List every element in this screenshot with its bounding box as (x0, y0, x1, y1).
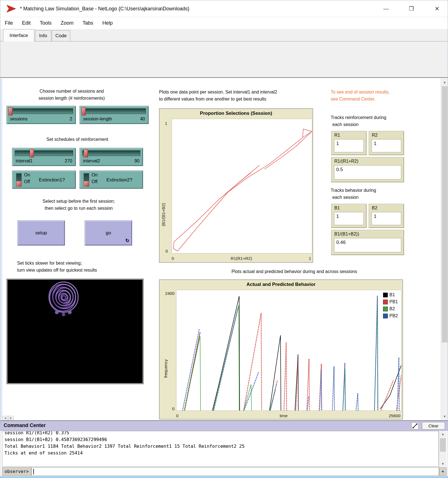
command-center-expand-button[interactable] (411, 422, 419, 430)
command-center-scrollbar[interactable]: ▲ ▼ (439, 431, 447, 467)
legend-item-PB2: PB2 (383, 313, 398, 318)
tab-bar: Interface Info Code (0, 29, 448, 41)
title-bar[interactable]: * Matching Law Simulation_Base - NetLogo… (0, 0, 448, 17)
world-view-turtles (8, 280, 143, 383)
monitor-value: 1 (372, 139, 401, 152)
caption-line: each session (331, 194, 415, 201)
legend-label: B1 (389, 292, 395, 297)
setup-button-label: setup (35, 230, 47, 236)
y-tick-min: 0 (162, 406, 174, 411)
caption-line: Plots one data point per session. Set in… (159, 88, 316, 95)
plot2-note: Plots actual and predicted behavior duri… (196, 268, 392, 275)
clear-button[interactable]: Clear (422, 422, 445, 430)
behavior-chart (176, 290, 401, 411)
slider-track[interactable] (82, 150, 140, 156)
scroll-left-arrow-icon[interactable]: ◂ (3, 416, 8, 420)
world-view[interactable] (7, 279, 143, 384)
switch-extinction2[interactable]: On Off Extinction2? (80, 171, 143, 189)
interface-toolbar: Edit Delete + Add abc Button ▼ normal sp… (0, 41, 448, 78)
caption-line: then select go to run each session (20, 205, 137, 212)
slider-interval1[interactable]: interval1270 (12, 148, 76, 166)
scroll-up-arrow-icon[interactable]: ▲ (441, 78, 448, 86)
switch-groove[interactable] (16, 173, 22, 186)
slider-handle[interactable] (8, 107, 13, 115)
go-button[interactable]: go ↻ (85, 221, 132, 245)
switch-extinction1[interactable]: On Off Extinction1? (12, 171, 76, 189)
y-tick-max: 2400 (162, 291, 174, 296)
menu-edit[interactable]: Edit (22, 17, 31, 29)
netlogo-app-icon (6, 4, 17, 13)
window-bottom-border (0, 476, 448, 478)
slider-track[interactable] (9, 108, 73, 114)
menu-zoom[interactable]: Zoom (60, 17, 73, 29)
caption-line: Select setup before the first session; (20, 198, 137, 205)
menu-tools[interactable]: Tools (40, 17, 52, 29)
caption-line: To see end of session results, (331, 88, 415, 95)
monitor-r1: R1 1 (331, 131, 367, 155)
minimize-button[interactable]: — (380, 4, 392, 13)
observer-history-dropdown[interactable]: ▼ (439, 467, 447, 476)
menu-file[interactable]: File (5, 17, 13, 29)
y-tick-min: 0 (165, 249, 168, 253)
monitor-label: B2 (372, 206, 377, 211)
plot-actual-predicted-behavior: Actual and Predicted Behavior B1PB1B2PB2… (159, 279, 403, 419)
slider-value: 270 (65, 158, 72, 164)
legend-label: PB1 (389, 299, 398, 304)
scroll-down-arrow-icon[interactable]: ▼ (439, 461, 447, 467)
switch-handle[interactable] (84, 181, 89, 186)
slider-sessions[interactable]: sessions2 (6, 106, 76, 124)
plot1-note: Plots one data point per session. Set in… (159, 88, 316, 102)
main-vertical-scrollbar[interactable]: ▲ ▼ (441, 78, 448, 420)
tab-code[interactable]: Code (52, 30, 70, 41)
slider-label: sessions (10, 116, 27, 122)
tab-interface[interactable]: Interface (3, 29, 34, 41)
go-button-label: go (106, 230, 111, 236)
legend-swatch (383, 293, 388, 297)
legend-item-B1: B1 (383, 292, 398, 297)
monitor-value: 1 (372, 212, 401, 225)
caption-line: Choose number of sessions and (11, 88, 132, 95)
slider-track[interactable] (82, 108, 146, 114)
switch-off-label: Off (24, 179, 30, 184)
slider-label: interval2 (83, 158, 100, 164)
scrollbar-thumb[interactable] (440, 438, 446, 452)
scrollbar-thumb[interactable] (442, 86, 447, 342)
slider-handle[interactable] (30, 149, 34, 157)
reinforcement-tracking-label: Tracks reinforcement during each session (331, 114, 415, 128)
caption-line: Set ticks slower for best viewing; (17, 260, 137, 267)
scroll-right-arrow-icon[interactable]: ▸ (8, 416, 14, 420)
menu-help[interactable]: Help (102, 17, 113, 29)
plot-area (172, 119, 312, 253)
x-tick-max: 1 (309, 256, 311, 261)
slider-handle[interactable] (81, 107, 86, 115)
monitor-label: R1/(R1+R2) (334, 159, 358, 164)
legend-swatch (383, 307, 388, 311)
setup-button[interactable]: setup (18, 221, 65, 245)
slider-handle[interactable] (84, 149, 88, 157)
slider-session-length[interactable]: session-length40 (80, 106, 149, 124)
legend-item-PB1: PB1 (383, 299, 398, 304)
monitor-b2: B2 1 (369, 204, 404, 228)
output-line: Ticks at end of session 25414 (4, 450, 436, 456)
command-center-output[interactable]: session R1/(R1+R2) 0.375 session B1/(B1+… (2, 431, 439, 467)
command-center-header[interactable]: Command Center Clear (0, 420, 448, 431)
menu-tabs[interactable]: Tabs (83, 17, 93, 29)
scroll-up-arrow-icon[interactable]: ▲ (439, 431, 447, 437)
caption-line: see Command Center. (331, 95, 415, 102)
x-axis-row: 0 R1(R1+R2) 1 (172, 256, 311, 261)
tab-info[interactable]: Info (35, 30, 51, 41)
scroll-down-arrow-icon[interactable]: ▼ (441, 413, 448, 420)
monitor-label: R2 (372, 133, 377, 138)
y-axis-label: frequency (163, 327, 168, 378)
slider-interval2[interactable]: interval290 (80, 148, 143, 166)
observer-command-input[interactable] (31, 467, 439, 476)
slider-track[interactable] (15, 150, 73, 156)
close-button[interactable]: ✕ (431, 4, 443, 13)
switch-groove[interactable] (84, 173, 89, 186)
monitor-r-ratio: R1/(R1+R2) 0.5 (331, 157, 404, 182)
monitor-value: 1 (334, 139, 364, 152)
maximize-button[interactable]: ❐ (405, 4, 417, 13)
switch-handle[interactable] (16, 181, 22, 186)
text-caret (33, 469, 34, 474)
plot-proportion-selections: Proportion Selections (Session) 1 0 (B1/… (159, 108, 313, 263)
